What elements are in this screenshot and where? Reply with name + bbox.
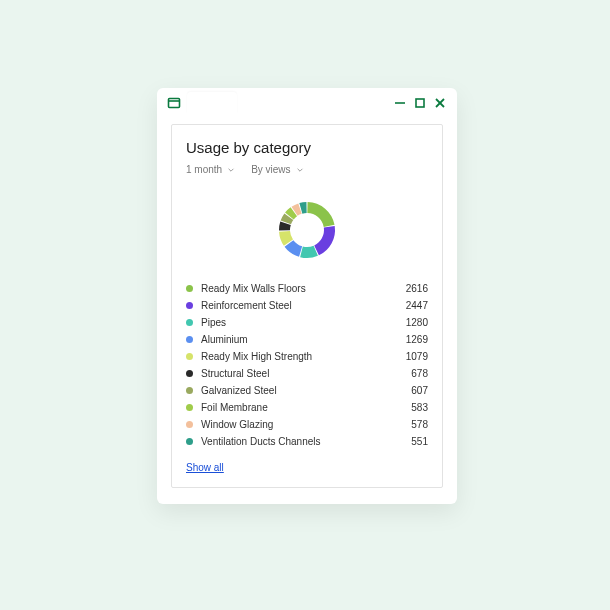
legend-label: Ready Mix Walls Floors (201, 283, 406, 294)
legend-row: Aluminium1269 (186, 334, 428, 345)
minimize-icon[interactable] (393, 96, 407, 110)
legend-value: 2616 (406, 283, 428, 294)
sort-filter-label: By views (251, 164, 290, 175)
donut-segment (314, 226, 335, 255)
legend-label: Ventilation Ducts Channels (201, 436, 411, 447)
legend-dot (186, 302, 193, 309)
legend-dot (186, 319, 193, 326)
filters-row: 1 month By views (186, 164, 428, 175)
legend-value: 1079 (406, 351, 428, 362)
legend-dot (186, 387, 193, 394)
usage-card: Usage by category 1 month By views Ready… (171, 124, 443, 488)
maximize-icon[interactable] (413, 96, 427, 110)
legend-value: 578 (411, 419, 428, 430)
window-app-icon (167, 96, 181, 110)
titlebar-left (167, 92, 237, 114)
legend-row: Structural Steel678 (186, 368, 428, 379)
legend-row: Ready Mix High Strength1079 (186, 351, 428, 362)
legend-list: Ready Mix Walls Floors2616Reinforcement … (186, 283, 428, 447)
legend-row: Ready Mix Walls Floors2616 (186, 283, 428, 294)
legend-label: Ready Mix High Strength (201, 351, 406, 362)
legend-dot (186, 353, 193, 360)
legend-value: 1280 (406, 317, 428, 328)
titlebar (157, 88, 457, 118)
legend-value: 1269 (406, 334, 428, 345)
legend-label: Pipes (201, 317, 406, 328)
legend-dot (186, 285, 193, 292)
legend-row: Pipes1280 (186, 317, 428, 328)
legend-row: Foil Membrane583 (186, 402, 428, 413)
legend-row: Reinforcement Steel2447 (186, 300, 428, 311)
legend-label: Foil Membrane (201, 402, 411, 413)
chevron-down-icon (227, 166, 235, 174)
donut-svg (272, 195, 342, 265)
chevron-down-icon (296, 166, 304, 174)
period-filter[interactable]: 1 month (186, 164, 235, 175)
legend-dot (186, 438, 193, 445)
legend-dot (186, 336, 193, 343)
show-all-link[interactable]: Show all (186, 462, 224, 473)
legend-value: 678 (411, 368, 428, 379)
browser-tab[interactable] (187, 92, 237, 114)
sort-filter[interactable]: By views (251, 164, 303, 175)
donut-segment (307, 202, 334, 227)
period-filter-label: 1 month (186, 164, 222, 175)
app-window: Usage by category 1 month By views Ready… (157, 88, 457, 504)
donut-chart (186, 189, 428, 283)
legend-label: Reinforcement Steel (201, 300, 406, 311)
svg-rect-3 (416, 99, 424, 107)
legend-value: 551 (411, 436, 428, 447)
legend-dot (186, 370, 193, 377)
legend-row: Galvanized Steel607 (186, 385, 428, 396)
svg-rect-0 (169, 99, 180, 108)
legend-dot (186, 421, 193, 428)
legend-label: Aluminium (201, 334, 406, 345)
close-icon[interactable] (433, 96, 447, 110)
legend-value: 607 (411, 385, 428, 396)
legend-value: 2447 (406, 300, 428, 311)
legend-row: Window Glazing578 (186, 419, 428, 430)
legend-value: 583 (411, 402, 428, 413)
legend-dot (186, 404, 193, 411)
legend-row: Ventilation Ducts Channels551 (186, 436, 428, 447)
window-controls (393, 96, 447, 110)
donut-segment (300, 246, 318, 258)
legend-label: Structural Steel (201, 368, 411, 379)
legend-label: Galvanized Steel (201, 385, 411, 396)
card-title: Usage by category (186, 139, 428, 156)
legend-label: Window Glazing (201, 419, 411, 430)
